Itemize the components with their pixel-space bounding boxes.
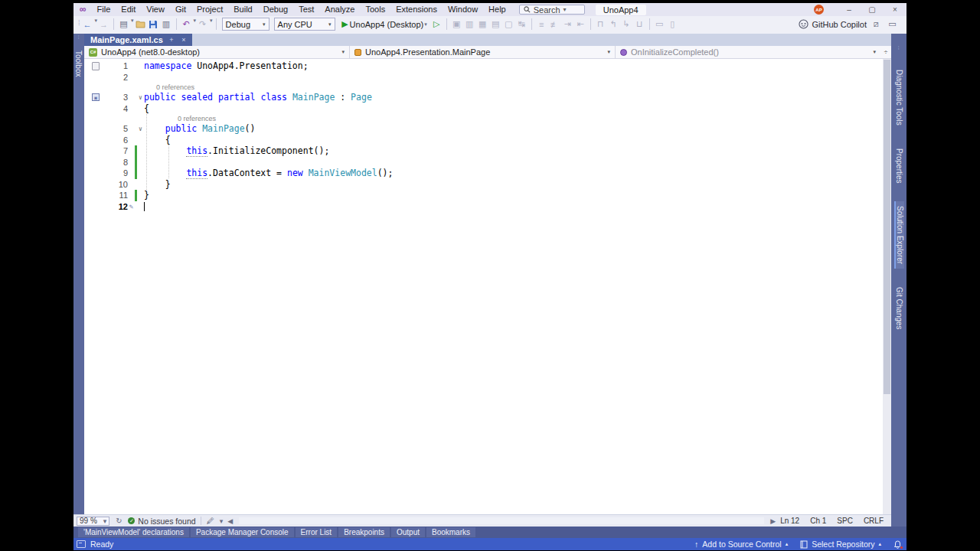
uncomment-icon[interactable]: ≢ (548, 18, 561, 31)
docking-icon[interactable]: ▭ (653, 18, 666, 31)
panel-tab[interactable]: Output (391, 527, 425, 537)
code-line-9[interactable]: 9 this.DataContext = new MainViewModel()… (84, 168, 883, 179)
start-debugging-button[interactable]: ▶ UnoApp4 (Desktop) ▾ (338, 18, 430, 31)
line-ending-indicator[interactable]: CRLF (864, 517, 884, 525)
undo-icon[interactable]: ↶ (180, 18, 193, 31)
close-tab-icon[interactable]: × (180, 36, 188, 44)
panel-tab[interactable]: Error List (296, 527, 338, 537)
new-window-icon[interactable]: ▢ (502, 18, 515, 31)
code-editor[interactable]: 1namespace UnoApp4.Presentation;20 refer… (84, 59, 891, 514)
pin-tab-icon[interactable]: + (168, 36, 175, 44)
panel-tab[interactable]: 'MainViewModel' declarations (78, 527, 189, 537)
menu-item[interactable]: Debug (258, 3, 293, 16)
send-feedback-icon[interactable]: ▭ (886, 18, 899, 31)
menu-item[interactable]: File (92, 3, 116, 16)
member-dropdown[interactable]: OnInitializeCompleted() ▾ (616, 46, 880, 58)
tab-mainpage-xaml-cs[interactable]: MainPage.xaml.cs + × (84, 34, 192, 46)
codelens-label[interactable]: 0 references (176, 115, 216, 122)
codelens-references[interactable]: 0 references (84, 83, 883, 92)
code-line-3[interactable]: ▣3∨public sealed partial class MainPage … (84, 92, 883, 103)
close-button[interactable]: × (884, 3, 906, 16)
github-copilot-icon[interactable] (799, 19, 808, 29)
open-folder-icon[interactable] (134, 18, 147, 31)
copilot-label[interactable]: GitHub Copilot (812, 20, 867, 29)
menu-item[interactable]: Project (191, 3, 228, 16)
search-input[interactable]: Search ▾ (519, 5, 585, 15)
project-dropdown[interactable]: C# UnoApp4 (net8.0-desktop) ▾ (84, 46, 350, 58)
scroll-right-icon[interactable]: ▶ (770, 517, 776, 525)
code-line-10[interactable]: 10 } (84, 179, 883, 191)
code-area[interactable]: 1namespace UnoApp4.Presentation;20 refer… (84, 59, 883, 514)
background-tasks-icon[interactable] (77, 540, 86, 548)
panel-tab[interactable]: Bookmarks (426, 527, 475, 537)
sidebar-tab-solution-explorer[interactable]: Solution Explorer (894, 201, 904, 269)
code-line-8[interactable]: 8 (84, 157, 883, 168)
menu-item[interactable]: Edit (116, 3, 141, 16)
zoom-dropdown[interactable]: 99 % ▾ (77, 517, 109, 526)
code-text[interactable]: } (144, 179, 171, 190)
code-text[interactable]: this.InitializeComponent(); (144, 145, 329, 156)
find-in-files-icon[interactable]: ▤ (489, 18, 502, 31)
menu-item[interactable]: Extensions (390, 3, 443, 16)
vertical-scrollbar[interactable] (883, 59, 891, 514)
code-text[interactable]: public sealed partial class MainPage : P… (144, 92, 372, 103)
select-repository-button[interactable]: Select Repository ▴ (800, 540, 881, 549)
bookmark-clear-icon[interactable]: ⊔ (633, 18, 646, 31)
code-text[interactable]: } (144, 190, 149, 201)
navigate-backward-icon[interactable]: ← (81, 18, 94, 31)
redo-dropdown-icon[interactable]: ▾ (210, 18, 213, 24)
split-window-icon[interactable]: ÷ (880, 46, 891, 58)
menu-item[interactable]: Help (483, 3, 511, 16)
start-without-debugging-icon[interactable]: ▷ (430, 18, 443, 31)
code-line-5[interactable]: 5∨ public MainPage() (84, 123, 883, 135)
margin-document-icon[interactable] (92, 62, 100, 70)
save-all-icon[interactable]: ▥ (160, 18, 173, 31)
sync-icon[interactable]: ↻ (114, 517, 123, 526)
code-line-1[interactable]: 1namespace UnoApp4.Presentation; (84, 60, 883, 72)
codelens-references[interactable]: 0 references (84, 114, 883, 123)
inheritance-margin-icon[interactable]: ▣ (92, 93, 100, 101)
horizontal-scrollbar[interactable] (239, 517, 764, 524)
comment-icon[interactable]: ≡ (535, 18, 548, 31)
navigate-forward-icon[interactable]: → (97, 18, 110, 31)
code-text[interactable]: public MainPage() (144, 123, 255, 134)
document-health-indicator[interactable]: ✓ No issues found (128, 517, 195, 526)
code-text[interactable]: this.DataContext = new MainViewModel(); (144, 168, 393, 178)
code-line-4[interactable]: 4{ (84, 103, 883, 115)
code-text[interactable]: { (144, 135, 171, 145)
new-project-icon[interactable]: ▤ (117, 18, 130, 31)
menu-item[interactable]: Test (293, 3, 319, 16)
break-all-icon[interactable]: ▥ (463, 18, 476, 31)
code-cleanup-icon[interactable]: 🖉 (206, 517, 215, 526)
solution-configuration-dropdown[interactable]: Debug ▾ (222, 18, 270, 31)
menu-item[interactable]: Git (170, 3, 191, 16)
collapse-region-icon[interactable]: ∨ (137, 126, 144, 132)
sidebar-tab-diagnostic-tools[interactable]: Diagnostic Tools (895, 65, 903, 130)
solution-platform-dropdown[interactable]: Any CPU ▾ (274, 18, 335, 31)
navigate-to-icon[interactable]: ↹ (515, 18, 528, 31)
preview-window-icon[interactable]: ▯ (666, 18, 679, 31)
scrollbar-thumb[interactable] (884, 60, 890, 394)
panel-tab[interactable]: Package Manager Console (191, 527, 294, 537)
add-to-source-control-button[interactable]: ↑ Add to Source Control ▴ (694, 540, 788, 549)
application-insights-icon[interactable]: ▦ (476, 18, 489, 31)
column-indicator[interactable]: Ch 1 (810, 517, 826, 525)
code-text[interactable]: { (144, 103, 149, 114)
maximize-button[interactable]: ▢ (861, 3, 884, 16)
code-line-11[interactable]: 11} (84, 190, 883, 201)
scroll-left-icon[interactable]: ◀ (227, 517, 233, 525)
outdent-icon[interactable]: ⇤ (574, 18, 587, 31)
menu-item[interactable]: Analyze (319, 3, 360, 16)
sidebar-tab-toolbox[interactable]: Toolbox (74, 46, 83, 81)
code-line-12[interactable]: 12✎ (84, 201, 883, 213)
toolbar-grip[interactable]: ⁞ (77, 18, 81, 28)
menu-item[interactable]: View (141, 3, 170, 16)
menu-item[interactable]: Build (228, 3, 257, 16)
bookmark-toggle-icon[interactable]: ⊓ (594, 18, 607, 31)
line-indicator[interactable]: Ln 12 (780, 517, 799, 525)
collapse-region-icon[interactable]: ∨ (137, 94, 144, 101)
codelens-label[interactable]: 0 references (155, 83, 194, 91)
minimize-button[interactable]: – (838, 3, 861, 16)
code-line-2[interactable]: 2 (84, 72, 883, 83)
panel-tab[interactable]: Breakpoints (338, 527, 390, 537)
